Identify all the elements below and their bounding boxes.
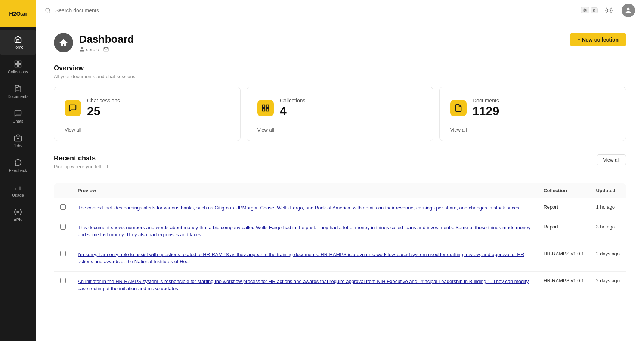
user-meta: sergio (79, 47, 99, 52)
theme-toggle-button[interactable] (602, 4, 616, 17)
row-preview-2: I'm sorry, I am only able to assist with… (72, 245, 538, 271)
svg-line-14 (49, 12, 50, 13)
svg-line-23 (611, 8, 611, 8)
recent-chats-view-all-button[interactable]: View all (597, 154, 626, 165)
overview-title: Overview (54, 64, 626, 72)
table-header-updated: Updated (590, 183, 626, 198)
home-icon (14, 35, 22, 43)
row-checkbox-3[interactable] (60, 278, 66, 283)
chat-sessions-icon (65, 100, 81, 116)
chat-sessions-label: Chat sessions (87, 98, 120, 104)
recent-chats-section: Recent chats Pick up where you left off.… (54, 154, 626, 299)
search-input[interactable] (55, 7, 576, 13)
sidebar-item-jobs[interactable]: Jobs (0, 129, 36, 153)
sidebar-label-collections: Collections (8, 70, 28, 74)
preview-link-0[interactable]: The context includes earnings alerts for… (78, 205, 521, 211)
chat-sessions-card: Chat sessions 25 View all (54, 87, 241, 141)
recent-chats-title: Recent chats (54, 154, 109, 162)
usage-icon (14, 183, 22, 191)
chat-sessions-value: 25 (87, 104, 120, 118)
apis-icon (14, 208, 22, 216)
collections-top: Collections 4 (257, 98, 422, 118)
preview-link-1[interactable]: This document shows numbers and words ab… (78, 225, 530, 238)
row-checkbox-cell[interactable] (54, 218, 72, 245)
row-updated-2: 2 days ago (590, 245, 626, 271)
documents-card: Documents 1129 View all (439, 87, 626, 141)
collections-view-all[interactable]: View all (257, 127, 274, 133)
sidebar-label-documents: Documents (7, 94, 28, 99)
sidebar-label-chats: Chats (13, 119, 24, 123)
sidebar-item-feedback[interactable]: Feedback (0, 153, 36, 178)
row-checkbox-1[interactable] (60, 224, 66, 230)
table-row: This document shows numbers and words ab… (54, 218, 626, 245)
sidebar-item-usage[interactable]: Usage (0, 178, 36, 203)
svg-rect-3 (15, 65, 17, 67)
topbar-right (602, 4, 635, 17)
email-meta (103, 47, 109, 52)
documents-top: Documents 1129 (450, 98, 615, 118)
svg-line-19 (611, 12, 611, 13)
search-icon (45, 7, 51, 13)
feedback-icon (14, 159, 22, 167)
stat-cards: Chat sessions 25 View all (54, 87, 626, 141)
table-header-checkbox (54, 183, 72, 198)
svg-rect-26 (266, 108, 269, 111)
recent-chats-subtitle: Pick up where you left off. (54, 164, 109, 169)
table-row: An Initiator in the HR-RAMPS system is r… (54, 271, 626, 298)
row-checkbox-cell[interactable] (54, 271, 72, 298)
row-checkbox-cell[interactable] (54, 198, 72, 218)
table-row: I'm sorry, I am only able to assist with… (54, 245, 626, 271)
user-small-icon (79, 47, 84, 52)
main-area: ⌘ K (36, 0, 644, 341)
row-updated-0: 1 hr. ago (590, 198, 626, 218)
app-logo[interactable]: H2O.ai (0, 0, 36, 27)
sidebar-label-usage: Usage (12, 193, 24, 197)
documents-stat-icon (450, 100, 467, 116)
documents-icon (14, 85, 22, 93)
documents-view-all[interactable]: View all (450, 127, 467, 133)
row-checkbox-0[interactable] (60, 204, 66, 210)
sidebar-item-home[interactable]: Home (0, 30, 36, 55)
svg-point-12 (17, 211, 19, 213)
sidebar-nav: Home Collections Documents (0, 27, 36, 227)
sidebar-label-home: Home (12, 45, 23, 49)
row-collection-3: HR-RAMPS v1.0.1 (538, 271, 590, 298)
page-title: Dashboard (79, 33, 134, 45)
email-icon (103, 47, 109, 52)
row-preview-0: The context includes earnings alerts for… (72, 198, 538, 218)
collections-stat-icon (257, 100, 274, 116)
row-preview-3: An Initiator in the HR-RAMPS system is r… (72, 271, 538, 298)
chat-sessions-top: Chat sessions 25 (65, 98, 230, 118)
chats-icon (14, 109, 22, 117)
table-header-preview: Preview (72, 183, 538, 198)
sidebar-item-collections[interactable]: Collections (0, 55, 36, 79)
svg-rect-0 (15, 61, 17, 63)
dashboard-header: Dashboard sergio (54, 33, 626, 52)
user-avatar-button[interactable] (622, 4, 635, 17)
svg-rect-27 (263, 108, 265, 111)
preview-link-3[interactable]: An Initiator in the HR-RAMPS system is r… (78, 279, 529, 292)
search-keyboard-shortcut: ⌘ K (581, 7, 598, 13)
row-collection-0: Report (538, 198, 590, 218)
documents-value: 1129 (473, 104, 499, 118)
sidebar-label-feedback: Feedback (9, 168, 27, 173)
overview-subtitle: All your documents and chat sessions. (54, 74, 626, 79)
svg-line-18 (607, 8, 607, 8)
sidebar-item-apis[interactable]: APIs (0, 203, 36, 227)
collections-label: Collections (280, 98, 305, 104)
recent-chats-header: Recent chats Pick up where you left off.… (54, 154, 626, 177)
collections-value: 4 (280, 104, 305, 118)
table-row: The context includes earnings alerts for… (54, 198, 626, 218)
user-icon (625, 7, 632, 14)
sidebar-item-documents[interactable]: Documents (0, 79, 36, 104)
row-checkbox-cell[interactable] (54, 245, 72, 271)
sidebar-item-chats[interactable]: Chats (0, 104, 36, 129)
documents-label: Documents (473, 98, 499, 104)
sidebar-label-jobs: Jobs (13, 144, 22, 148)
dashboard-meta: sergio (79, 47, 134, 52)
new-collection-button[interactable]: + New collection (570, 33, 626, 46)
svg-rect-2 (19, 65, 21, 67)
row-checkbox-2[interactable] (60, 251, 66, 256)
chat-sessions-view-all[interactable]: View all (65, 127, 81, 133)
preview-link-2[interactable]: I'm sorry, I am only able to assist with… (78, 252, 524, 265)
